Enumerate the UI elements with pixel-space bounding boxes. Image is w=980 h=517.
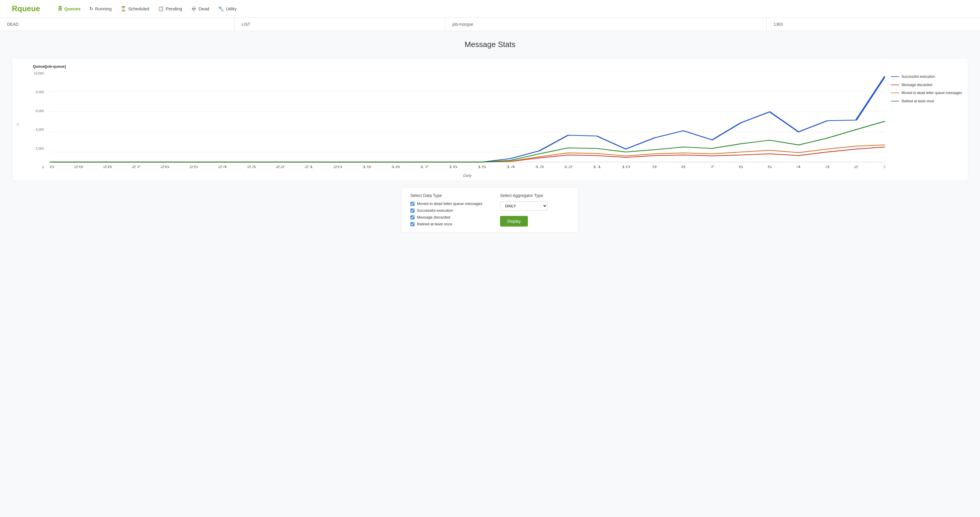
svg-text:4: 4 <box>796 165 801 168</box>
legend-successful: Successful execution <box>891 75 962 79</box>
svg-text:15: 15 <box>477 165 486 168</box>
svg-text:19: 19 <box>362 165 371 168</box>
app-header: Rqueue 🗄 Queues ↻ Running ⏳ Scheduled 📋 … <box>0 0 980 18</box>
svg-text:7: 7 <box>710 165 714 168</box>
nav-running[interactable]: ↻ Running <box>89 5 111 13</box>
svg-text:23: 23 <box>247 165 256 168</box>
chart-legend: Successful execution Message discarded M… <box>891 71 962 178</box>
legend-label-discarded: Message discarded <box>902 83 932 87</box>
y-label-10000: 10,000 <box>34 71 44 75</box>
legend-retired: Retired at least once <box>891 99 962 104</box>
legend-label-retired: Retired at least once <box>902 99 934 104</box>
queues-icon: 🗄 <box>58 6 62 11</box>
line-successful <box>50 76 885 162</box>
checkbox-successful-text: Successful execution <box>417 208 453 213</box>
controls-panel: Select Data Type Moved to dead letter qu… <box>401 187 579 233</box>
aggregator-label: Select Aggregator Type <box>500 193 547 198</box>
checkbox-retired-input[interactable] <box>410 222 415 226</box>
nav-scheduled[interactable]: ⏳ Scheduled <box>121 5 149 13</box>
legend-discarded: Message discarded <box>891 83 962 87</box>
table-cell-name: job-morgue <box>445 18 766 31</box>
svg-text:13: 13 <box>535 165 544 168</box>
svg-text:2: 2 <box>854 165 858 168</box>
svg-text:16: 16 <box>448 165 457 168</box>
legend-label-dead-letter: Moved to dead letter queue messages <box>902 91 962 95</box>
display-button[interactable]: Display <box>500 216 528 227</box>
aggregator-select[interactable]: DAILY WEEKLY MONTHLY <box>500 201 547 211</box>
stats-section: Message Stats Queue[job-queue] N 10,000 … <box>0 31 980 239</box>
legend-label-successful: Successful execution <box>902 75 935 79</box>
table-cell-count: 1363 <box>766 18 980 31</box>
svg-text:25: 25 <box>189 165 198 168</box>
y-axis-label: N <box>15 71 21 178</box>
main-nav: 🗄 Queues ↻ Running ⏳ Scheduled 📋 Pending… <box>58 5 236 13</box>
checkbox-discarded-input[interactable] <box>410 215 415 219</box>
data-type-group: Select Data Type Moved to dead letter qu… <box>410 193 482 227</box>
chart-inner: N 10,000 8,000 6,000 4,000 2,000 0 <box>15 71 962 178</box>
checkbox-dead-letter[interactable]: Moved to dead letter queue messages <box>410 201 482 206</box>
y-label-8000: 8,000 <box>35 90 44 94</box>
svg-text:22: 22 <box>275 165 285 168</box>
svg-text:3: 3 <box>825 165 830 168</box>
svg-text:28: 28 <box>103 165 112 168</box>
dead-icon: 💀 <box>191 6 197 11</box>
y-label-4000: 4,000 <box>35 128 44 131</box>
nav-dead[interactable]: 💀 Dead <box>191 5 209 13</box>
legend-line-successful <box>891 76 899 77</box>
legend-line-dead-letter <box>891 93 899 93</box>
chart-svg-element: 30 29 28 27 26 25 24 23 22 21 20 19 18 1… <box>50 71 885 172</box>
checkbox-retired[interactable]: Retired at least once <box>410 222 482 226</box>
y-label-2000: 2,000 <box>35 147 44 150</box>
svg-text:14: 14 <box>506 165 515 168</box>
svg-text:21: 21 <box>304 165 313 168</box>
checkbox-successful-input[interactable] <box>410 209 415 213</box>
utility-icon: 🔧 <box>218 6 224 11</box>
y-labels: 10,000 8,000 6,000 4,000 2,000 0 <box>27 71 44 178</box>
checkbox-discarded-text: Message discarded <box>417 215 450 219</box>
svg-text:8: 8 <box>681 165 686 168</box>
app-logo: Rqueue <box>12 4 40 13</box>
queue-table: DEAD LIST job-morgue 1363 <box>0 18 980 31</box>
data-type-label: Select Data Type <box>410 193 482 198</box>
svg-text:5: 5 <box>767 165 772 168</box>
x-axis-label: Daily <box>50 173 885 178</box>
table-cell-type: DEAD <box>0 18 234 31</box>
checkbox-dead-letter-text: Moved to dead letter queue messages <box>417 201 482 206</box>
aggregator-group: Select Aggregator Type DAILY WEEKLY MONT… <box>500 193 547 227</box>
nav-queues[interactable]: 🗄 Queues <box>58 5 81 13</box>
y-label-6000: 6,000 <box>35 109 44 113</box>
legend-dead-letter: Moved to dead letter queue messages <box>891 91 962 95</box>
legend-line-discarded <box>891 85 899 85</box>
checkbox-discarded[interactable]: Message discarded <box>410 215 482 219</box>
chart-svg: 30 29 28 27 26 25 24 23 22 21 20 19 18 1… <box>50 71 885 172</box>
table-row: DEAD LIST job-morgue 1363 <box>0 18 980 31</box>
checkbox-retired-text: Retired at least once <box>417 222 452 226</box>
svg-text:10: 10 <box>621 165 630 168</box>
svg-text:17: 17 <box>420 165 429 168</box>
svg-text:11: 11 <box>592 165 601 168</box>
svg-text:18: 18 <box>391 165 400 168</box>
checkbox-dead-letter-input[interactable] <box>410 202 415 206</box>
svg-text:26: 26 <box>161 165 170 168</box>
chart-container: Queue[job-queue] N 10,000 8,000 6,000 4,… <box>12 58 968 181</box>
svg-text:12: 12 <box>563 165 573 168</box>
chart-plot-area: 30 29 28 27 26 25 24 23 22 21 20 19 18 1… <box>50 71 885 178</box>
table-cell-structure: LIST <box>234 18 445 31</box>
nav-utility[interactable]: 🔧 Utility <box>218 5 237 13</box>
legend-line-retired <box>891 101 899 101</box>
line-dead-letter <box>50 145 885 162</box>
pending-icon: 📋 <box>158 6 164 11</box>
nav-pending[interactable]: 📋 Pending <box>158 5 182 13</box>
scheduled-icon: ⏳ <box>121 6 126 11</box>
svg-text:6: 6 <box>738 165 743 168</box>
svg-text:20: 20 <box>333 165 342 168</box>
svg-text:29: 29 <box>74 165 83 168</box>
svg-text:1: 1 <box>883 165 885 168</box>
line-discarded <box>50 147 885 162</box>
checkbox-successful[interactable]: Successful execution <box>410 208 482 213</box>
y-label-0: 0 <box>42 165 44 169</box>
line-retired <box>50 121 885 162</box>
queue-table-section: DEAD LIST job-morgue 1363 <box>0 18 980 31</box>
chart-title: Queue[job-queue] <box>33 64 962 69</box>
svg-text:24: 24 <box>218 165 227 168</box>
